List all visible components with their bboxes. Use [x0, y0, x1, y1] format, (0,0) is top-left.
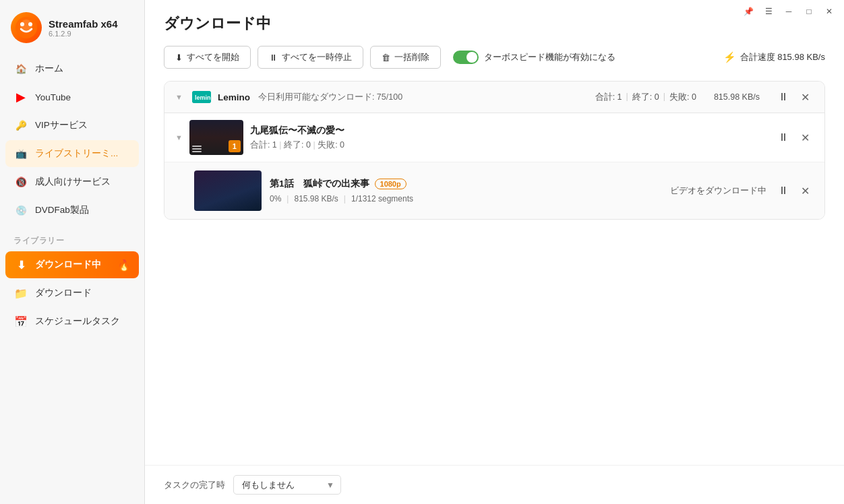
- library-section-label: ライブラリー: [0, 226, 144, 249]
- titlebar-buttons: 📌 ☰ ─ □ ✕: [733, 0, 844, 23]
- sidebar-label-dvdfab: DVDFab製品: [35, 204, 89, 216]
- stat-total: 合計: 1: [595, 92, 622, 103]
- service-logo: lemino: [192, 91, 211, 103]
- pause-icon: ⏸: [269, 53, 278, 63]
- service-header: ▼ lemino Lemino 今日利用可能なダウンロード: 75/100 合計…: [164, 82, 824, 113]
- ep-pct: 0%: [270, 194, 281, 203]
- sidebar: Streamfab x64 6.1.2.9 🏠 ホーム ▶ YouTube 🔑 …: [0, 0, 145, 504]
- title-row: ▼ 1 九尾狐伝〜不滅の愛〜 合計: 1: [164, 113, 824, 162]
- title-thumbnail: 1: [189, 120, 243, 155]
- start-all-label: すべてを開始: [187, 51, 239, 63]
- lightning-icon: ⚡: [723, 51, 736, 63]
- footer: タスクの完了時 何もしません シャットダウン スリープ 終了 ▼: [145, 465, 844, 504]
- service-speed: 815.98 KB/s: [714, 92, 760, 102]
- library-item-schedule[interactable]: 📅 スケジュールタスク: [5, 308, 139, 335]
- title-stats: 合計: 1 | 終了: 0 | 失敗: 0: [250, 139, 768, 151]
- sidebar-label-live: ライブストリーミ...: [35, 148, 118, 160]
- downloading-icon: ⬇: [13, 257, 28, 272]
- app-version: 6.1.2.9: [49, 30, 118, 38]
- pause-all-label: すべてを一時停止: [282, 51, 352, 63]
- library-label-schedule: スケジュールタスク: [35, 315, 120, 327]
- service-actions: ⏸ ✕: [775, 88, 814, 106]
- sidebar-item-live[interactable]: 📺 ライブストリーミ...: [5, 140, 139, 167]
- episode-info: 第1話 狐峠での出来事 1080p 0% | 815.98 KB/s | 1/1…: [270, 178, 662, 203]
- app-logo-area: Streamfab x64 6.1.2.9: [0, 0, 144, 53]
- app-logo: [11, 12, 42, 43]
- service-name: Lemino: [218, 92, 250, 102]
- title-info: 九尾狐伝〜不滅の愛〜 合計: 1 | 終了: 0 | 失敗: 0: [250, 125, 768, 151]
- service-close-button[interactable]: ✕: [796, 88, 814, 106]
- turbo-toggle: ターボスピード機能が有効になる: [453, 51, 615, 64]
- task-complete-select[interactable]: 何もしません シャットダウン スリープ 終了: [233, 475, 341, 495]
- start-icon: ⬇: [175, 53, 183, 63]
- speed-info: ⚡ 合計速度 815.98 KB/s: [723, 51, 825, 63]
- sidebar-item-vip[interactable]: 🔑 VIPサービス: [5, 112, 139, 139]
- ep-pause-button[interactable]: ⏸: [775, 182, 792, 199]
- ep-title-row: 第1話 狐峠での出来事 1080p: [270, 178, 662, 190]
- ep-thumb-bg: [194, 170, 262, 211]
- toggle-knob: [466, 52, 477, 63]
- ep-speed: 815.98 KB/s: [294, 194, 338, 203]
- title-stat-total: 合計: 1: [250, 140, 277, 150]
- page-title: ダウンロード中: [164, 13, 825, 34]
- quality-badge: 1080p: [375, 179, 406, 189]
- title-name: 九尾狐伝〜不滅の愛〜: [250, 125, 768, 137]
- live-icon: 📺: [13, 146, 28, 161]
- title-expand-icon[interactable]: ▼: [175, 133, 183, 141]
- library-item-downloaded[interactable]: 📁 ダウンロード: [5, 280, 139, 307]
- episode-thumbnail: [194, 170, 262, 211]
- sidebar-item-dvdfab[interactable]: 💿 DVDFab製品: [5, 197, 139, 224]
- library-label-downloading: ダウンロード中: [35, 259, 101, 271]
- service-stats: 合計: 1 | 終了: 0 | 失敗: 0: [595, 92, 696, 103]
- sidebar-label-home: ホーム: [35, 63, 63, 75]
- close-button[interactable]: ✕: [820, 4, 839, 19]
- toolbar: ⬇ すべてを開始 ⏸ すべてを一時停止 🗑 一括削除 ターボスピード機能が有効に…: [164, 46, 825, 69]
- app-name-block: Streamfab x64 6.1.2.9: [49, 18, 118, 38]
- ep-close-button[interactable]: ✕: [796, 182, 814, 199]
- schedule-icon: 📅: [13, 314, 28, 329]
- pause-all-button[interactable]: ⏸ すべてを一時停止: [258, 46, 363, 69]
- fire-icon: 🔥: [117, 259, 131, 272]
- thumb-lines: [192, 146, 202, 152]
- service-group-lemino: ▼ lemino Lemino 今日利用可能なダウンロード: 75/100 合計…: [164, 81, 825, 220]
- svg-point-2: [20, 22, 24, 26]
- stat-failed: 失敗: 0: [669, 92, 696, 103]
- pin-button[interactable]: 📌: [739, 4, 758, 19]
- service-pause-button[interactable]: ⏸: [775, 88, 792, 106]
- delete-all-label: 一括削除: [394, 51, 429, 63]
- title-actions: ⏸ ✕: [775, 129, 814, 146]
- episode-row: 第1話 狐峠での出来事 1080p 0% | 815.98 KB/s | 1/1…: [164, 162, 824, 219]
- youtube-icon: ▶: [13, 90, 28, 104]
- turbo-label: ターボスピード機能が有効になる: [484, 52, 615, 63]
- total-speed: 合計速度 815.98 KB/s: [740, 51, 825, 63]
- sidebar-item-adult[interactable]: 🔞 成人向けサービス: [5, 168, 139, 195]
- service-expand-icon[interactable]: ▼: [175, 93, 183, 101]
- sidebar-item-home[interactable]: 🏠 ホーム: [5, 55, 139, 82]
- download-list: ▼ lemino Lemino 今日利用可能なダウンロード: 75/100 合計…: [164, 81, 825, 465]
- start-all-button[interactable]: ⬇ すべてを開始: [164, 46, 251, 69]
- ep-status: ビデオをダウンロード中: [670, 185, 766, 197]
- episode-count-badge: 1: [229, 140, 241, 152]
- minimize-button[interactable]: ─: [779, 4, 798, 19]
- sidebar-label-youtube: YouTube: [35, 92, 71, 102]
- menu-button[interactable]: ☰: [759, 4, 778, 19]
- library-item-downloading[interactable]: ⬇ ダウンロード中 🔥: [5, 251, 139, 278]
- adult-icon: 🔞: [13, 175, 28, 189]
- ep-title: 第1話 狐峠での出来事: [270, 178, 369, 190]
- task-complete-select-wrapper: 何もしません シャットダウン スリープ 終了 ▼: [233, 475, 341, 495]
- delete-all-button[interactable]: 🗑 一括削除: [370, 46, 441, 69]
- svg-text:lemino: lemino: [195, 94, 211, 101]
- nav-menu: 🏠 ホーム ▶ YouTube 🔑 VIPサービス 📺 ライブストリーミ... …: [0, 53, 144, 226]
- library-menu: ⬇ ダウンロード中 🔥 📁 ダウンロード 📅 スケジュールタスク: [0, 249, 144, 338]
- delete-icon: 🗑: [382, 53, 390, 63]
- sidebar-label-adult: 成人向けサービス: [35, 176, 111, 188]
- sidebar-item-youtube[interactable]: ▶ YouTube: [5, 84, 139, 111]
- title-stat-failed: 失敗: 0: [318, 140, 344, 150]
- sidebar-label-vip: VIPサービス: [35, 119, 88, 131]
- title-close-button[interactable]: ✕: [796, 129, 814, 146]
- dvdfab-icon: 💿: [13, 203, 28, 218]
- app-name: Streamfab x64: [49, 18, 118, 30]
- turbo-switch[interactable]: [453, 51, 479, 64]
- maximize-button[interactable]: □: [800, 4, 818, 19]
- title-pause-button[interactable]: ⏸: [775, 129, 792, 146]
